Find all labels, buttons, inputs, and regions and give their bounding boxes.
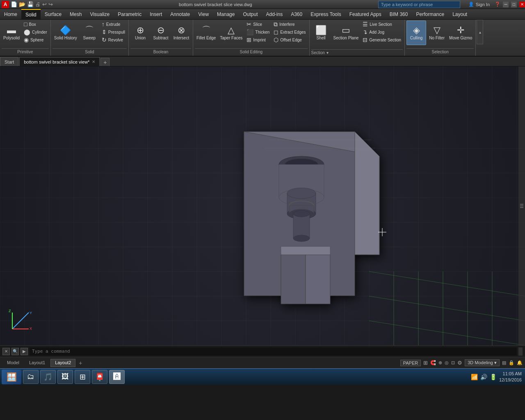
menu-addins[interactable]: Add-ins — [262, 9, 287, 19]
move-gizmo-button[interactable]: ✛ Move Gizmo — [447, 21, 474, 45]
polar-icon[interactable]: ◎ — [445, 360, 449, 365]
command-input[interactable] — [30, 347, 517, 356]
box-button[interactable]: □ Box — [22, 21, 49, 28]
culling-button[interactable]: ◈ Culling — [406, 21, 426, 45]
sign-in-button[interactable]: 👤 Sign In — [466, 2, 492, 7]
menu-layout[interactable]: Layout — [448, 9, 471, 19]
notifications-icon[interactable]: 🔔 — [517, 360, 523, 365]
taskbar-mail[interactable]: 📮 — [92, 370, 107, 384]
taskbar-explorer[interactable]: 🗂 — [23, 370, 39, 384]
shell-button[interactable]: ⬜ Shell — [311, 21, 331, 45]
taskbar-store[interactable]: ⊞ — [75, 370, 90, 384]
maximize-button[interactable]: □ — [511, 2, 517, 7]
menu-visualize[interactable]: Visualize — [86, 9, 114, 19]
section-expand-icon[interactable]: ▾ — [326, 50, 329, 55]
intersect-button[interactable]: ⊗ Intersect — [171, 21, 191, 45]
revolve-button[interactable]: ↻ Revolve — [100, 36, 127, 43]
wifi-icon[interactable]: 📶 — [471, 374, 478, 380]
menu-solid[interactable]: Solid — [21, 9, 41, 19]
help-icon[interactable]: ❓ — [495, 2, 500, 7]
menu-express[interactable]: Express Tools — [306, 9, 345, 19]
add-layout-btn[interactable]: + — [76, 359, 84, 367]
ribbon-collapse-button[interactable]: ▴ — [477, 20, 483, 44]
cmd-arrow-btn[interactable]: ▶ — [21, 348, 28, 355]
thicken-button[interactable]: ⬛ Thicken — [245, 28, 271, 36]
workspace-selector[interactable]: 3D Modeling ▾ — [465, 359, 500, 366]
volume-icon[interactable]: 🔊 — [480, 374, 487, 380]
extract-edges-button[interactable]: ◻ Extract Edges — [272, 28, 307, 36]
osnap-icon[interactable]: ⊡ — [451, 360, 455, 365]
menu-surface[interactable]: Surface — [41, 9, 66, 19]
live-section-button[interactable]: ☰ Live Section — [361, 21, 403, 28]
sphere-button[interactable]: ◉ Sphere — [22, 36, 49, 43]
menu-a360[interactable]: A360 — [287, 9, 306, 19]
solid-history-button[interactable]: 🔷 Solid History — [52, 21, 79, 45]
union-button[interactable]: ⊕ Union — [130, 21, 150, 45]
ortho-icon[interactable]: ⊕ — [438, 360, 442, 365]
undo-btn[interactable]: ↩ — [42, 1, 47, 7]
layout1-tab[interactable]: Layout1 — [25, 359, 50, 367]
minimize-button[interactable]: ─ — [503, 2, 509, 7]
section-plane-button[interactable]: ▭ Section Plane — [332, 21, 361, 45]
model-tab[interactable]: Model — [2, 359, 24, 367]
search-box[interactable]: Type a keyword or phrase — [378, 1, 460, 8]
menu-output[interactable]: Output — [239, 9, 262, 19]
new-tab-button[interactable]: + — [100, 58, 110, 66]
grid-toggle[interactable]: ⊞ — [423, 360, 428, 366]
menu-manage[interactable]: Manage — [213, 9, 239, 19]
menu-view[interactable]: View — [194, 9, 213, 19]
menu-annotate[interactable]: Annotate — [166, 9, 194, 19]
tab-start[interactable]: Start — [0, 57, 18, 66]
slice-button[interactable]: ✂ Slice — [245, 21, 271, 28]
add-jog-button[interactable]: ↴ Add Jog — [361, 28, 403, 36]
snap-icon[interactable]: 🧲 — [430, 360, 436, 365]
command-scroll[interactable] — [518, 347, 523, 356]
no-filter-button[interactable]: ▽ No Filter — [427, 21, 447, 45]
sweep-button[interactable]: ⌒ Sweep — [80, 21, 99, 45]
generate-section-button[interactable]: ⊟ Generate Section — [361, 36, 403, 43]
imprint-button[interactable]: ⊞ Imprint — [245, 36, 271, 43]
menu-bim360[interactable]: BIM 360 — [386, 9, 412, 19]
cmd-search-btn[interactable]: 🔍 — [11, 348, 19, 355]
cylinder-button[interactable]: ⬤ Cylinder — [22, 28, 49, 36]
ui-icon[interactable]: ▤ — [502, 360, 506, 365]
layout2-tab[interactable]: Layout2 — [50, 359, 75, 367]
start-button[interactable]: 🪟 — [2, 370, 21, 384]
redo-btn[interactable]: ↪ — [48, 1, 53, 7]
lock-icon[interactable]: 🔒 — [509, 360, 514, 365]
menu-mesh[interactable]: Mesh — [66, 9, 86, 19]
quick-access-print[interactable]: 🖨 — [35, 1, 41, 7]
quick-access-new[interactable]: 📄 — [11, 1, 17, 7]
battery-icon[interactable]: 🔋 — [490, 374, 497, 380]
viewport[interactable]: X Y Z — [0, 66, 525, 345]
presspull-button[interactable]: ⇕ Presspull — [100, 28, 127, 36]
menu-featured[interactable]: Featured Apps — [345, 9, 386, 19]
taper-faces-button[interactable]: △ Taper Faces — [218, 21, 244, 45]
menu-insert[interactable]: Insert — [146, 9, 166, 19]
quick-access-open[interactable]: 📂 — [19, 1, 25, 7]
interfere-button[interactable]: ⧉ Interfere — [272, 21, 307, 28]
offset-edge-button[interactable]: ⬡ Offset Edge — [272, 36, 307, 43]
paper-label[interactable]: PAPER — [400, 360, 421, 366]
solid-editing-group-label: Solid Editing — [195, 48, 308, 55]
taskbar-autocad[interactable]: 🅰 — [109, 370, 125, 384]
tab-close-icon[interactable]: ✕ — [92, 59, 95, 64]
close-button[interactable]: ✕ — [519, 2, 525, 7]
settings-icon[interactable]: ⚙ — [457, 360, 462, 366]
menu-performance[interactable]: Performance — [412, 9, 448, 19]
interfere-label: Interfere — [279, 22, 294, 27]
fillet-edge-button[interactable]: ⌒ Fillet Edge — [195, 21, 217, 45]
menu-parametric[interactable]: Parametric — [114, 9, 146, 19]
taskbar-photos[interactable]: 🖼 — [57, 370, 73, 384]
quick-access-save[interactable]: 💾 — [27, 1, 34, 7]
menu-home[interactable]: Home — [0, 9, 21, 19]
shell-icon: ⬜ — [315, 26, 326, 35]
viewport-resize-handle[interactable] — [518, 66, 525, 345]
subtract-button[interactable]: ⊖ Subtract — [151, 21, 171, 45]
taskbar-media[interactable]: 🎵 — [40, 370, 56, 384]
tab-document[interactable]: bottom swivel bracket slice view* ✕ — [19, 57, 100, 66]
clock-display[interactable]: 11:05 AM 12/19/2016 — [499, 371, 522, 383]
cmd-close-btn[interactable]: ✕ — [2, 348, 10, 355]
extrude-button[interactable]: ↑ Extrude — [100, 21, 127, 28]
polysolid-button[interactable]: ▬ Polysolid — [2, 21, 21, 45]
